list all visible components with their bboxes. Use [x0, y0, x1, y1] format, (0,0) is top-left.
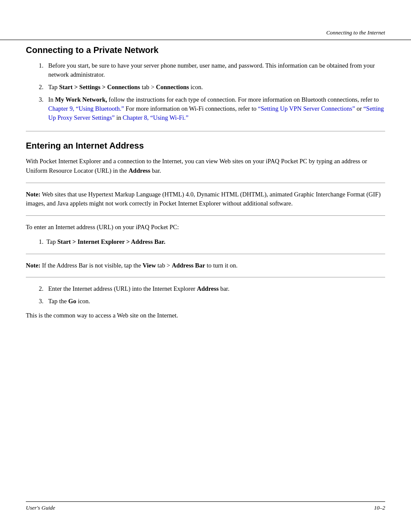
note1-divider-bottom — [26, 215, 385, 216]
list-text: Tap the Go icon. — [48, 297, 385, 306]
note2-divider-top — [26, 254, 385, 254]
bold-text: Address — [197, 285, 219, 292]
note-block-2: Note: If the Address Bar is not visible,… — [26, 261, 385, 271]
list-text: In My Work Network, follow the instructi… — [48, 95, 385, 122]
bold-text: View — [143, 262, 156, 269]
section1-list: 1. Before you start, be sure to have you… — [39, 61, 385, 122]
note1-divider-top — [26, 183, 385, 183]
bold-text: Address — [128, 167, 150, 174]
list-item: 2. Tap Start > Settings > Connections ta… — [39, 83, 385, 92]
content-area: Connecting to a Private Network 1. Befor… — [26, 45, 385, 329]
list-text: Before you start, be sure to have your s… — [48, 61, 385, 79]
list-num: 2. — [39, 284, 48, 293]
list-item: 2. Enter the Internet address (URL) into… — [39, 284, 385, 293]
link-wifi[interactable]: Chapter 8, “Using Wi-Fi.” — [123, 114, 189, 121]
bold-text: My Work Network, — [55, 96, 107, 103]
list-text: Enter the Internet address (URL) into th… — [48, 284, 385, 293]
section2-heading: Entering an Internet Address — [26, 141, 385, 151]
bold-text: Start > Internet Explorer > Address Bar. — [57, 238, 165, 245]
link-bluetooth[interactable]: Chapter 9, “Using Bluetooth.” — [48, 105, 124, 112]
section-internet-address: Entering an Internet Address With Pocket… — [26, 141, 385, 320]
list-item: 3. Tap the Go icon. — [39, 297, 385, 306]
bold-text: Connections — [156, 84, 189, 90]
footer-right: 10–2 — [374, 504, 385, 511]
page-footer: User's Guide 10–2 — [26, 501, 385, 511]
note2-divider-bottom — [26, 277, 385, 277]
list-item: 3. In My Work Network, follow the instru… — [39, 95, 385, 122]
closing-text: This is the common way to access a Web s… — [26, 311, 385, 320]
section2-intro: With Pocket Internet Explorer and a conn… — [26, 157, 385, 176]
page-container: Connecting to the Internet Connecting to… — [0, 0, 411, 532]
steps-list: 2. Enter the Internet address (URL) into… — [39, 284, 385, 306]
bold-text: Go — [68, 298, 77, 305]
bold-text: Start > Settings > Connections — [59, 84, 140, 90]
page-header: Connecting to the Internet — [0, 29, 411, 40]
note-label: Note: — [26, 262, 40, 269]
bold-text: Address Bar — [172, 262, 205, 269]
section-private-network: Connecting to a Private Network 1. Befor… — [26, 45, 385, 122]
list-num: 1. — [39, 61, 48, 70]
footer-left: User's Guide — [26, 504, 55, 511]
note-label: Note: — [26, 191, 40, 198]
list-text: Tap Start > Settings > Connections tab >… — [48, 83, 385, 92]
header-title: Connecting to the Internet — [326, 29, 385, 36]
step1: 1. Tap Start > Internet Explorer > Addre… — [39, 237, 385, 247]
list-item: 1. Before you start, be sure to have you… — [39, 61, 385, 79]
note-block-1: Note: Web sites that use Hypertext Marku… — [26, 190, 385, 209]
section1-heading: Connecting to a Private Network — [26, 45, 385, 55]
section-divider — [26, 131, 385, 131]
step-intro-text: To enter an Internet address (URL) on yo… — [26, 223, 385, 232]
list-num: 2. — [39, 83, 48, 92]
link-vpn[interactable]: “Setting Up VPN Server Connections” — [258, 105, 355, 112]
list-num: 3. — [39, 297, 48, 306]
list-num: 3. — [39, 95, 48, 104]
